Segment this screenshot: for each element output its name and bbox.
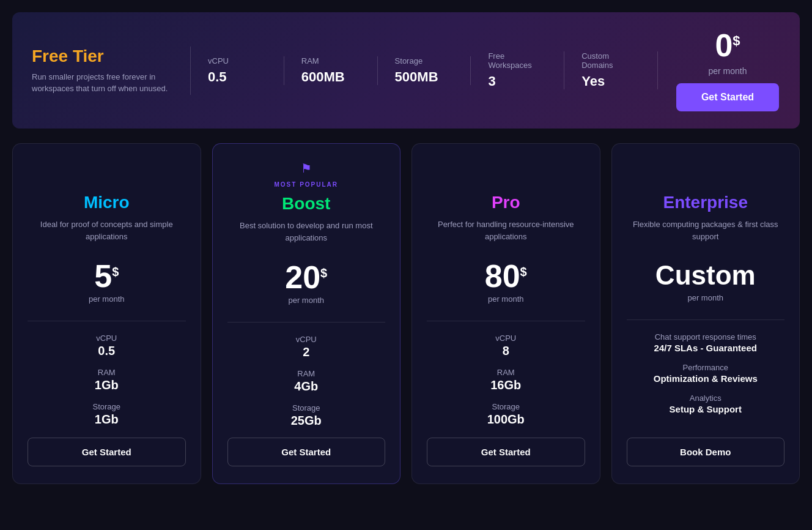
pro-ram-label: RAM	[427, 368, 585, 377]
plan-desc-micro: Ideal for proof of concepts and simple a…	[28, 218, 186, 248]
free-tier-price: 0	[715, 29, 733, 61]
free-tier-specs: vCPU 0.5 RAM 600MB Storage 500MB Free Wo…	[191, 51, 658, 89]
plan-specs-boost: vCPU 2 RAM 4Gb Storage 25Gb	[227, 335, 386, 438]
enterprise-analytics: Analytics Setup & Support	[627, 394, 785, 414]
free-tier-custom-domains: Custom Domains Yes	[564, 51, 658, 89]
boost-ram: RAM 4Gb	[227, 369, 386, 394]
micro-ram: RAM 1Gb	[28, 368, 186, 392]
micro-storage-value: 1Gb	[28, 412, 186, 427]
pro-storage-label: Storage	[427, 402, 585, 411]
plan-desc-enterprise: Flexible computing packages & first clas…	[627, 218, 785, 248]
free-tier-ram-label: RAM	[301, 56, 360, 65]
free-tier-price-area: 0 $ per month Get Started	[658, 29, 780, 111]
bookmark-icon: ⚑	[227, 161, 386, 176]
free-tier-workspaces-label: Free Workspaces	[488, 51, 547, 70]
micro-vcpu: vCPU 0.5	[28, 334, 186, 358]
free-tier-price-display: 0 $	[715, 29, 740, 61]
micro-vcpu-label: vCPU	[28, 334, 186, 343]
boost-storage: Storage 25Gb	[227, 403, 386, 428]
boost-storage-value: 25Gb	[227, 414, 386, 428]
most-popular-text: MOST POPULAR	[274, 181, 338, 188]
plan-name-pro: Pro	[427, 193, 585, 212]
plan-divider-pro	[427, 321, 585, 321]
free-tier-banner: Free Tier Run smaller projects free fore…	[12, 12, 800, 129]
plan-name-enterprise: Enterprise	[627, 193, 785, 212]
free-tier-ram-value: 600MB	[301, 69, 360, 85]
free-tier-vcpu: vCPU 0.5	[191, 56, 284, 85]
enterprise-analytics-label: Analytics	[627, 394, 785, 403]
free-tier-workspaces: Free Workspaces 3	[471, 51, 564, 89]
micro-get-started-button[interactable]: Get Started	[28, 438, 186, 466]
plan-price-dollar-pro: $	[520, 265, 527, 279]
plan-price-boost: 20 $	[227, 261, 386, 293]
plan-price-num-micro: 5	[94, 260, 112, 292]
free-tier-price-dollar: $	[733, 33, 740, 49]
enterprise-analytics-value: Setup & Support	[627, 404, 785, 414]
plan-desc-pro: Perfect for handling resource-intensive …	[427, 218, 585, 248]
pro-ram: RAM 16Gb	[427, 368, 585, 392]
free-tier-get-started-button[interactable]: Get Started	[676, 83, 779, 111]
plan-name-boost: Boost	[227, 194, 386, 214]
pro-vcpu-label: vCPU	[427, 334, 585, 343]
free-tier-per-month: per month	[708, 66, 747, 76]
plan-price-pro: 80 $	[427, 260, 585, 292]
enterprise-chat-support: Chat support response times 24/7 SLAs - …	[627, 332, 785, 353]
free-tier-custom-domains-label: Custom Domains	[581, 51, 640, 70]
micro-ram-value: 1Gb	[28, 378, 186, 392]
boost-ram-label: RAM	[227, 369, 386, 378]
plan-specs-enterprise: Chat support response times 24/7 SLAs - …	[627, 332, 785, 438]
most-popular-badge: ⚑ MOST POPULAR	[227, 161, 386, 189]
boost-vcpu-label: vCPU	[227, 335, 386, 344]
plan-per-month-boost: per month	[227, 296, 386, 305]
enterprise-performance: Performance Optimization & Reviews	[627, 363, 785, 384]
free-tier-storage: Storage 500MB	[378, 56, 471, 85]
plan-specs-micro: vCPU 0.5 RAM 1Gb Storage 1Gb	[28, 334, 186, 438]
plan-price-micro: 5 $	[28, 260, 186, 292]
plan-name-micro: Micro	[28, 193, 186, 212]
pro-vcpu: vCPU 8	[427, 334, 585, 358]
free-tier-storage-value: 500MB	[395, 69, 454, 85]
free-tier-custom-domains-value: Yes	[581, 73, 640, 89]
enterprise-chat-support-value: 24/7 SLAs - Guaranteed	[627, 343, 785, 353]
enterprise-chat-support-label: Chat support response times	[627, 332, 785, 342]
pro-vcpu-value: 8	[427, 344, 585, 358]
plan-divider-enterprise	[627, 319, 785, 320]
plan-per-month-enterprise: per month	[627, 293, 785, 302]
plan-specs-pro: vCPU 8 RAM 16Gb Storage 100Gb	[427, 334, 585, 438]
plan-card-boost: ⚑ MOST POPULAR Boost Best solution to de…	[212, 143, 401, 484]
boost-get-started-button[interactable]: Get Started	[227, 438, 386, 466]
plan-price-num-boost: 20	[285, 261, 320, 293]
boost-vcpu-value: 2	[227, 345, 386, 359]
plan-per-month-micro: per month	[28, 294, 186, 304]
plan-card-enterprise: Enterprise Flexible computing packages &…	[611, 143, 800, 484]
boost-ram-value: 4Gb	[227, 379, 386, 394]
plan-price-num-pro: 80	[485, 260, 520, 292]
plan-divider-micro	[28, 321, 186, 321]
free-tier-vcpu-value: 0.5	[208, 69, 267, 85]
enterprise-performance-label: Performance	[627, 363, 785, 372]
plan-card-pro: Pro Perfect for handling resource-intens…	[412, 143, 600, 484]
free-tier-ram: RAM 600MB	[284, 56, 378, 85]
free-tier-vcpu-label: vCPU	[208, 56, 267, 65]
pro-get-started-button[interactable]: Get Started	[427, 438, 585, 466]
enterprise-book-demo-button[interactable]: Book Demo	[627, 438, 785, 466]
boost-vcpu: vCPU 2	[227, 335, 386, 359]
pro-ram-value: 16Gb	[427, 378, 585, 392]
micro-storage-label: Storage	[28, 402, 186, 411]
free-tier-description: Run smaller projects free forever in wor…	[32, 71, 175, 95]
free-tier-title: Free Tier	[32, 47, 175, 66]
micro-vcpu-value: 0.5	[28, 344, 186, 358]
plan-card-micro: Micro Ideal for proof of concepts and si…	[12, 143, 201, 484]
micro-storage: Storage 1Gb	[28, 402, 186, 427]
plan-price-dollar-micro: $	[112, 265, 119, 279]
free-tier-workspaces-value: 3	[488, 73, 547, 89]
plan-divider-boost	[227, 322, 386, 323]
enterprise-performance-value: Optimization & Reviews	[627, 373, 785, 384]
free-tier-storage-label: Storage	[395, 56, 454, 65]
plan-price-dollar-boost: $	[320, 266, 327, 280]
pro-storage-value: 100Gb	[427, 412, 585, 427]
free-tier-info: Free Tier Run smaller projects free fore…	[32, 47, 191, 95]
plan-per-month-pro: per month	[427, 294, 585, 304]
pro-storage: Storage 100Gb	[427, 402, 585, 427]
plan-price-num-enterprise: Custom	[655, 260, 756, 291]
